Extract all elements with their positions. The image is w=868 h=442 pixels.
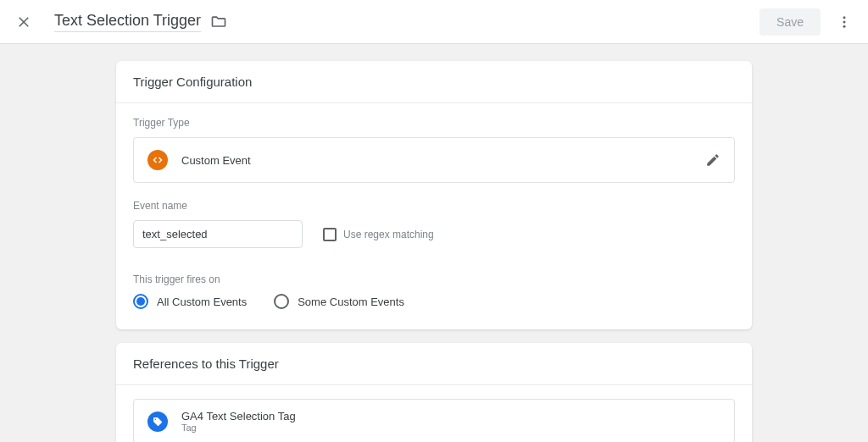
reference-title: GA4 Text Selection Tag bbox=[181, 410, 296, 423]
reference-subtitle: Tag bbox=[181, 423, 296, 433]
card-title: References to this Trigger bbox=[116, 343, 752, 385]
event-name-label: Event name bbox=[133, 200, 735, 212]
radio-indicator bbox=[133, 294, 148, 309]
pencil-icon[interactable] bbox=[705, 152, 721, 168]
svg-point-4 bbox=[843, 25, 846, 27]
svg-point-3 bbox=[843, 20, 846, 23]
tag-icon bbox=[147, 412, 168, 432]
svg-point-2 bbox=[843, 16, 846, 19]
reference-item[interactable]: GA4 Text Selection Tag Tag bbox=[133, 399, 735, 442]
page-title[interactable]: Text Selection Trigger bbox=[54, 12, 201, 32]
trigger-type-selector[interactable]: Custom Event bbox=[133, 137, 735, 183]
radio-some-custom-events[interactable]: Some Custom Events bbox=[274, 294, 404, 309]
trigger-type-name: Custom Event bbox=[181, 154, 705, 167]
references-card: References to this Trigger GA4 Text Sele… bbox=[116, 343, 752, 442]
header-bar: Text Selection Trigger Save bbox=[0, 0, 868, 44]
folder-icon[interactable] bbox=[209, 13, 228, 31]
trigger-type-label: Trigger Type bbox=[133, 117, 735, 129]
more-vert-icon[interactable] bbox=[834, 12, 854, 32]
fires-on-label: This trigger fires on bbox=[133, 273, 735, 285]
event-name-input[interactable] bbox=[133, 220, 303, 248]
regex-checkbox-wrap[interactable]: Use regex matching bbox=[323, 228, 434, 241]
radio-all-custom-events[interactable]: All Custom Events bbox=[133, 294, 247, 309]
regex-checkbox[interactable] bbox=[323, 228, 337, 241]
radio-label: All Custom Events bbox=[157, 296, 247, 308]
regex-label: Use regex matching bbox=[343, 229, 434, 240]
fires-on-radio-group: All Custom Events Some Custom Events bbox=[133, 294, 735, 309]
radio-label: Some Custom Events bbox=[298, 296, 404, 308]
trigger-config-card: Trigger Configuration Trigger Type Custo… bbox=[116, 61, 752, 329]
card-title: Trigger Configuration bbox=[116, 61, 752, 103]
content-area: Trigger Configuration Trigger Type Custo… bbox=[0, 44, 868, 442]
radio-indicator bbox=[274, 294, 289, 309]
close-icon[interactable] bbox=[14, 12, 34, 32]
save-button[interactable]: Save bbox=[760, 8, 821, 36]
custom-event-icon bbox=[147, 150, 168, 170]
